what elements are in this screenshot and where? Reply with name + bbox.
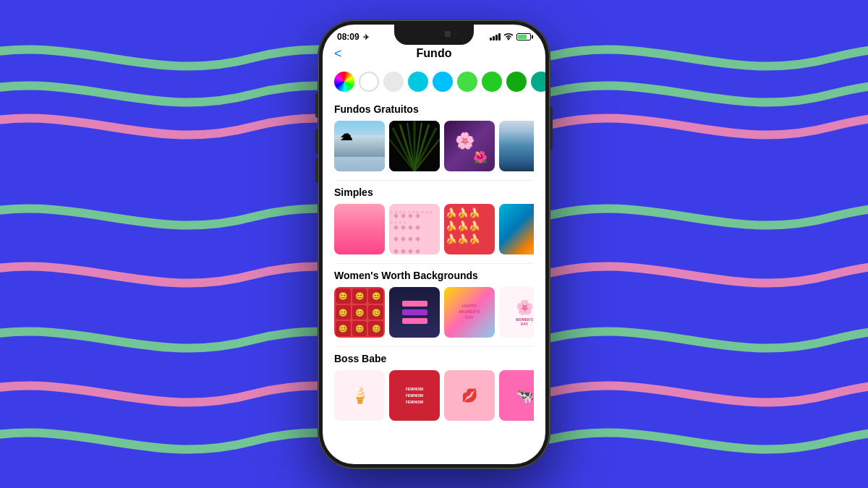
wifi-icon (503, 33, 514, 40)
thumb-ww4[interactable]: 🌸 WOMEN'SDAY (499, 287, 534, 338)
color-swatch-row[interactable] (323, 66, 545, 98)
color-swatch-cyan1[interactable] (408, 72, 428, 92)
signal-icon (490, 33, 501, 40)
color-swatch-gradient[interactable] (334, 72, 354, 92)
color-swatch-cyan2[interactable] (433, 72, 453, 92)
phone-mockup: 08:09 ✈ (318, 20, 550, 468)
thumbnail-row-womens-worth[interactable]: 😊 😊 😊 😊 😊 😊 😊 😊 😊 (334, 287, 534, 338)
nav-bar: < Fundo (323, 45, 545, 67)
section-title-boss-babe: Boss Babe (334, 353, 534, 364)
section-simples: Simples ◆◆◆◆◆◆◆◆◆◆◆◆◆◆◆◆ 🍌🍌🍌🍌🍌🍌🍌🍌🍌 (323, 181, 545, 263)
thumb-ww1[interactable]: 😊 😊 😊 😊 😊 😊 😊 😊 😊 (334, 287, 385, 338)
thumb-red-bananas[interactable]: 🍌🍌🍌🍌🍌🍌🍌🍌🍌 (444, 204, 495, 254)
color-swatch-green2[interactable] (482, 72, 502, 92)
status-time: 08:09 ✈ (337, 32, 369, 42)
thumb-bb1[interactable]: 🍦 (334, 370, 385, 421)
thumb-flowers[interactable]: 🌸 🌺 (444, 121, 495, 171)
thumbnail-row-boss-babe[interactable]: 🍦 FEMINISMFEMINISMFEMINISM 💋 🐄 (334, 370, 534, 421)
section-boss-babe: Boss Babe 🍦 FEMINISMFEMINISMFEMINISM 💋 (323, 347, 545, 429)
back-button[interactable]: < (334, 46, 342, 62)
color-swatch-lightgray[interactable] (383, 72, 404, 92)
back-arrow-icon: < (334, 46, 342, 62)
section-fundos-gratuitos: Fundos Gratuitos ☁ (323, 98, 545, 180)
color-swatch-green1[interactable] (457, 72, 477, 92)
thumb-ww2[interactable] (389, 287, 440, 338)
color-swatch-teal[interactable] (531, 72, 545, 92)
thumb-ww3[interactable]: HAPPYWOMEN'SDAY (444, 287, 495, 338)
thumb-plant[interactable] (389, 121, 440, 171)
page-title: Fundo (417, 47, 452, 60)
thumb-mountain[interactable] (499, 121, 534, 171)
thumb-blue-orange[interactable] (499, 204, 534, 254)
thumb-bb4[interactable]: 🐄 (499, 370, 534, 421)
section-womens-worth: Women's Worth Backgrounds 😊 😊 😊 😊 (323, 264, 545, 346)
thumb-bb2[interactable]: FEMINISMFEMINISMFEMINISM (389, 370, 440, 421)
thumbnail-row-fundos-gratuitos[interactable]: ☁ (334, 121, 534, 171)
section-title-simples: Simples (334, 187, 534, 198)
section-title-fundos-gratuitos: Fundos Gratuitos (334, 103, 534, 115)
phone-screen: 08:09 ✈ (323, 25, 545, 464)
phone-outer-shell: 08:09 ✈ (318, 20, 550, 468)
battery-icon (516, 33, 531, 40)
thumb-sky[interactable]: ☁ (334, 121, 385, 171)
section-title-womens-worth: Women's Worth Backgrounds (334, 270, 534, 281)
content-scroll-area[interactable]: Fundos Gratuitos ☁ (323, 98, 545, 463)
color-swatch-white[interactable] (359, 72, 379, 92)
thumb-pink-pattern[interactable]: ◆◆◆◆◆◆◆◆◆◆◆◆◆◆◆◆ (389, 204, 440, 254)
thumb-bb3[interactable]: 💋 (444, 370, 495, 421)
svg-point-0 (508, 39, 509, 40)
thumbnail-row-simples[interactable]: ◆◆◆◆◆◆◆◆◆◆◆◆◆◆◆◆ 🍌🍌🍌🍌🍌🍌🍌🍌🍌 (334, 204, 534, 254)
thumb-pink-gradient[interactable] (334, 204, 385, 254)
color-swatch-green3[interactable] (506, 72, 527, 92)
status-icons (490, 33, 531, 40)
phone-notch (394, 25, 474, 45)
